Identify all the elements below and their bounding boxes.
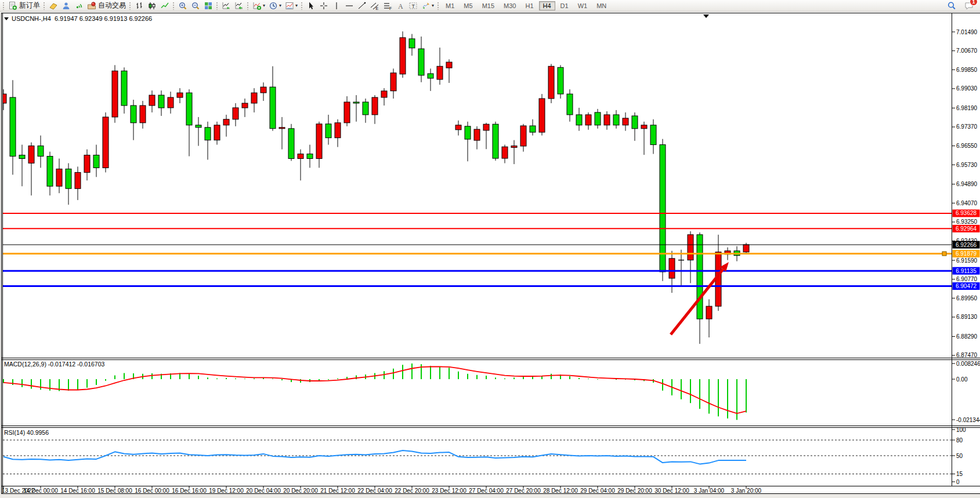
chevron-down-icon[interactable]: ▾	[432, 3, 434, 8]
rsi-axis-label: 100	[956, 427, 966, 433]
crosshair-button[interactable]	[317, 1, 330, 11]
vertical-line-button[interactable]	[330, 1, 343, 11]
timeframe-H4[interactable]: H4	[539, 1, 555, 10]
toolbar-grip[interactable]	[2, 2, 5, 10]
time-axis-label: 20 Dec 04:00	[246, 488, 281, 494]
candle-body	[493, 124, 498, 158]
candle-body	[168, 97, 173, 108]
trendline-button[interactable]	[356, 1, 368, 11]
timeframe-M15[interactable]: M15	[478, 1, 498, 10]
equidistant-channel-button[interactable]: E	[368, 1, 381, 11]
candlestick-chart-button[interactable]	[146, 1, 158, 11]
candle-body	[632, 116, 638, 129]
toolbar-grip[interactable]	[43, 2, 46, 10]
timeframe-W1[interactable]: W1	[574, 1, 592, 10]
candle-body	[131, 106, 136, 123]
candle-body	[511, 146, 517, 148]
candle-body	[335, 123, 341, 138]
time-axis-label: 21 Dec 12:00	[320, 488, 355, 494]
bar-chart-button[interactable]	[133, 1, 146, 11]
cursor-button[interactable]	[305, 1, 317, 11]
candle-body	[233, 108, 238, 119]
notifications-button[interactable]: 1	[963, 1, 975, 11]
zoom-out-icon	[191, 1, 200, 10]
indicators-button[interactable]: ▾	[251, 1, 267, 11]
chevron-down-icon[interactable]: ▾	[295, 3, 298, 8]
candle-body	[428, 74, 433, 78]
timeframe-M5[interactable]: M5	[460, 1, 476, 10]
candle-body	[604, 115, 610, 125]
tile-windows-button[interactable]	[202, 1, 215, 11]
svg-text:F: F	[389, 6, 392, 10]
macd-axis-label: 0.00	[956, 376, 968, 383]
line-chart-button[interactable]	[158, 1, 171, 11]
candle-body	[530, 126, 536, 132]
candle-body	[474, 129, 480, 140]
signals-button[interactable]	[73, 1, 85, 11]
candle-body	[363, 102, 368, 115]
price-axis-label: 6.96550	[956, 143, 978, 149]
indicators-icon	[252, 1, 262, 10]
candlestick-icon	[147, 1, 157, 10]
candle-body	[520, 126, 526, 146]
candle-body	[502, 147, 508, 158]
trendline-icon	[357, 1, 367, 10]
periods-button[interactable]: ▾	[267, 1, 283, 11]
candle-body	[613, 115, 619, 125]
auto-trading-button[interactable]: 自动交易	[85, 1, 128, 11]
crosshair-icon	[319, 1, 328, 10]
candle-body	[196, 125, 201, 128]
chart-title: USDCNH-,H4 6.91947 6.92349 6.91913 6.922…	[4, 15, 152, 22]
new-order-icon	[8, 1, 17, 10]
chart-dropdown-icon[interactable]	[4, 17, 9, 20]
time-axis-label: 28 Dec 12:00	[543, 488, 578, 494]
timeframe-M1[interactable]: M1	[442, 1, 458, 10]
zoom-in-button[interactable]	[176, 1, 189, 11]
market-watch-button[interactable]	[60, 1, 73, 11]
macd-axis-label: -0.021344	[956, 417, 980, 423]
search-button[interactable]	[945, 1, 958, 11]
chevron-down-icon[interactable]: ▾	[279, 3, 281, 8]
chart-shift-button[interactable]	[233, 1, 245, 11]
fibonacci-button[interactable]: F	[381, 1, 394, 11]
toolbar-grip[interactable]	[437, 2, 440, 10]
chevron-down-icon[interactable]: ▾	[263, 3, 265, 8]
tile-windows-icon	[204, 1, 213, 10]
auto-scroll-button[interactable]	[220, 1, 233, 11]
price-axis-label: 6.87470	[956, 352, 978, 358]
text-label-button[interactable]: T	[407, 1, 420, 11]
candle-body	[298, 154, 303, 159]
candle-body	[261, 87, 266, 93]
arrows-button[interactable]: ▾	[420, 1, 436, 11]
candle-body	[93, 155, 99, 168]
toolbar-grip[interactable]	[129, 2, 132, 10]
price-badge-label: 6.91879	[956, 250, 977, 257]
price-axis-label: 6.90770	[956, 276, 978, 282]
horizontal-line-button[interactable]	[343, 1, 356, 11]
candle-body	[270, 87, 276, 129]
timeframe-MN[interactable]: MN	[592, 1, 610, 10]
timeframe-M30[interactable]: M30	[500, 1, 520, 10]
toolbar-grip[interactable]	[301, 2, 303, 10]
timeframe-H1[interactable]: H1	[521, 1, 537, 10]
toolbar-grip[interactable]	[216, 2, 219, 10]
line-handle[interactable]	[942, 252, 946, 256]
zoom-out-button[interactable]	[189, 1, 202, 11]
candle-body	[539, 99, 545, 132]
rsi-axis-label: 0	[956, 479, 960, 485]
candle-body	[121, 71, 127, 106]
new-order-button[interactable]: 新订单	[6, 1, 42, 11]
text-button[interactable]: A	[394, 1, 407, 11]
price-axis-label: 6.91590	[956, 257, 978, 264]
toolbar-grip[interactable]	[172, 2, 175, 10]
new-order-label: 新订单	[19, 1, 40, 10]
candle-body	[567, 94, 573, 115]
toolbar-grip[interactable]	[247, 2, 249, 10]
candle-body	[214, 125, 220, 140]
price-axis-label: 6.95730	[956, 162, 978, 168]
timeframe-D1[interactable]: D1	[556, 1, 573, 10]
vline-icon	[332, 1, 341, 10]
hline-icon	[345, 1, 354, 10]
templates-button[interactable]: ▾	[283, 1, 299, 11]
chart-profile-button[interactable]	[47, 1, 60, 11]
